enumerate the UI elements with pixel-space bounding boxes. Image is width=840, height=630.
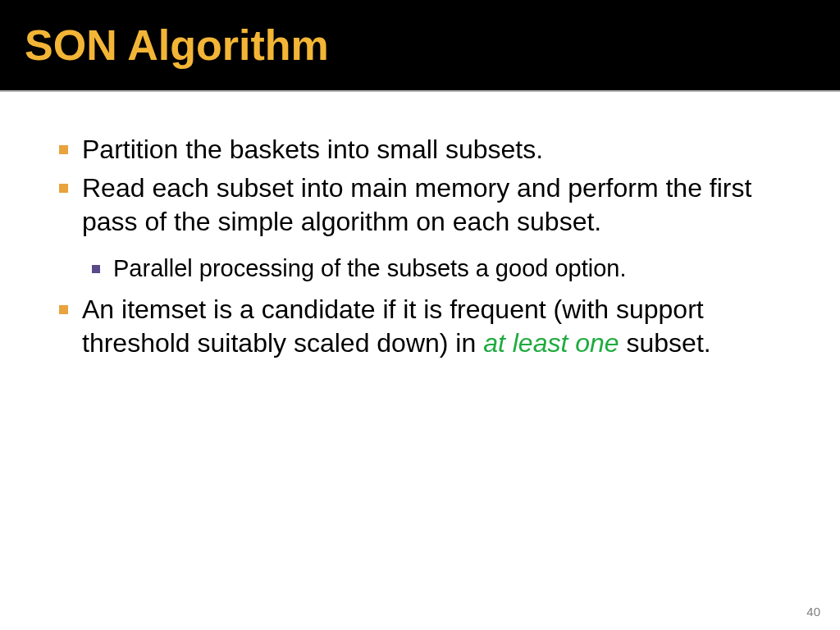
list-item: Read each subset into main memory and pe… (49, 171, 791, 285)
main-bullet-list: Partition the baskets into small subsets… (49, 133, 791, 359)
sub-bullet-list: Parallel processing of the subsets a goo… (82, 253, 791, 285)
title-bar: SON Algorithm (0, 0, 840, 92)
list-item-text: Parallel processing of the subsets a goo… (113, 255, 627, 281)
list-item: An itemset is a candidate if it is frequ… (49, 293, 791, 360)
list-item-text: Read each subset into main memory and pe… (82, 173, 751, 236)
slide-title: SON Algorithm (25, 21, 329, 70)
list-item-text: Partition the baskets into small subsets… (82, 135, 543, 164)
slide-content: Partition the baskets into small subsets… (0, 92, 840, 359)
list-item: Parallel processing of the subsets a goo… (82, 253, 791, 285)
list-item-emphasis: at least one (483, 328, 619, 358)
list-item-segment: subset. (619, 328, 711, 358)
page-number: 40 (806, 605, 820, 619)
list-item: Partition the baskets into small subsets… (49, 133, 791, 167)
